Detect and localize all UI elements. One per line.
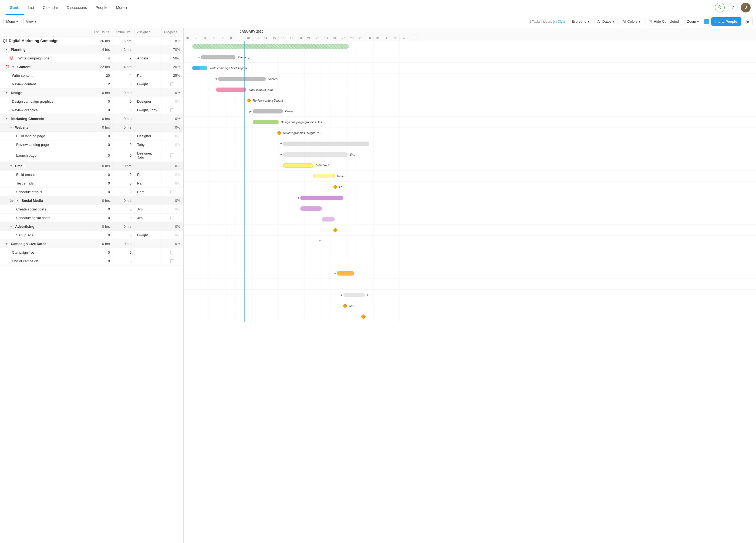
gantt-day-14: 14 [261,35,270,41]
gantt-row-review-content: Review content Dwight [184,95,756,106]
gantt-day-6: 6 [210,35,218,41]
progress-checkbox[interactable] [170,82,174,86]
collapse-icon[interactable]: ▼ [10,225,12,228]
task-row-design-graphics: Design campaign graphics 0 0 Designer 0% [0,97,183,106]
view-button[interactable]: View ▾ [23,18,40,25]
progress-checkbox[interactable] [170,251,174,254]
chevron-down-icon: ▾ [126,5,127,10]
progress-checkbox[interactable] [170,190,174,194]
gantt-day-24: 24 [330,35,339,41]
tab-gantt[interactable]: Gantt [5,0,24,15]
gantt-body: ▼ Planning Write campaign brief Angela ▼ [184,41,756,322]
task-row-write-campaign-brief: ⏰ Write campaign brief 4 2 Angela 50% [0,54,183,63]
th-name [0,28,91,36]
gantt-day-3: 3 [391,35,400,41]
progress-checkbox[interactable] [170,259,174,263]
gantt-day-7: 7 [218,35,227,41]
collapse-icon[interactable]: ▼ [16,199,19,202]
gantt-day-20: 20 [296,35,305,41]
clock-icon: ⏱ [718,5,722,10]
user-avatar[interactable]: U [741,3,751,12]
th-actual-hrs: Actual Hrs [113,28,134,36]
gantt-day-5: 5 [408,35,417,41]
collapse-icon[interactable]: ▼ [5,48,8,51]
tab-list[interactable]: List [24,0,39,15]
gantt-day-29: 29 [356,35,365,41]
menu-button[interactable]: Menu ▾ [3,18,21,25]
zoom-button[interactable]: Zoom ▾ [684,18,702,25]
task-row-launch-page: Launch page 0 0 Designer, Toby [0,149,183,162]
collapse-icon[interactable]: ▼ [12,65,15,68]
collapse-icon[interactable]: ▼ [10,164,12,167]
project-progress-cell: 8% [161,36,183,45]
progress-checkbox[interactable] [170,108,174,112]
task-row-test-emails: Test emails 0 0 Pam 0% [0,179,183,188]
group-row-campaign-live: ▼ Campaign Live Dates 0 hrs 0 hrs 0% [0,239,183,248]
th-assigned: Assigned [134,28,161,36]
chevron-down-icon: ▾ [588,19,589,23]
help-icon-btn[interactable]: ? [728,3,738,12]
gantt-row-launch-page: La... [184,181,756,192]
subgroup-row-advertising: ▼ Advertising 0 hrs 0 hrs 0% [0,222,183,231]
gantt-row-write-content: Write content Pam [184,84,756,95]
planning-name-cell: ▼ Planning [0,45,91,54]
all-dates-filter[interactable]: All Dates ▾ [595,18,617,25]
tasks-hidden-label: 2 Tasks hidden. (x) Clear [529,20,565,23]
collapse-icon[interactable]: ▼ [5,117,8,120]
comment-icon: 💬 [10,199,13,202]
task-row-review-landing: Review landing page 0 0 Toby 0% [0,140,183,149]
gantt-day-27: 27 [339,35,348,41]
group-row-design: ▼ Design 0 hrs 0 hrs 0% [0,89,183,97]
gantt-day-31: 31 [184,35,192,41]
export-button[interactable]: ▶ [744,17,753,26]
gantt-row-schedule-social [184,257,756,268]
project-row: Q1 Digital Marketing Campaign 26 hrs 6 h… [0,36,183,45]
gantt-row-review-landing: Revie... [184,171,756,181]
gantt-header: JANUARY 2020 312367891013141516172021222… [184,28,756,41]
task-row-write-content: Write content 20 4 Pam 25% [0,71,183,80]
everyone-filter[interactable]: Everyone ▾ [569,18,592,25]
collapse-icon[interactable]: ▼ [5,242,8,245]
progress-checkbox[interactable] [170,153,174,157]
gantt-day-3: 3 [201,35,210,41]
gantt-day-4: 4 [400,35,408,41]
gantt-day-28: 28 [348,35,356,41]
project-name-cell: Q1 Digital Marketing Campaign [0,36,91,45]
task-row-setup-ads: Set up ads 0 0 Dwight 0% [0,231,183,239]
tab-more[interactable]: More ▾ [112,0,132,15]
timer-icon-btn[interactable]: ⏱ [715,3,725,12]
hide-completed-button[interactable]: ☑ Hide Completed [646,18,682,25]
all-colors-filter[interactable]: All Colors ▾ [620,18,644,25]
task-row-create-social: Create social posts 0 0 Jim 0% [0,205,183,214]
invite-people-button[interactable]: Invite People [711,17,741,26]
group-row-content: ⏰ ▼ Content 22 hrs 4 hrs 20% [0,63,183,71]
gantt-row-campaign-live-task: Ca... [184,301,756,311]
gantt-row-build-landing: Build landi... [184,160,756,171]
tab-people[interactable]: People [91,0,112,15]
clear-link[interactable]: (x) Clear [553,20,565,23]
gantt-day-16: 16 [279,35,287,41]
clock-icon: ⏰ [10,56,13,60]
main-content: Est. Hours Actual Hrs Assigned Progress … [0,28,756,543]
gantt-row-setup-ads [184,279,756,290]
color-picker[interactable] [704,19,709,24]
tab-calendar[interactable]: Calendar [38,0,62,15]
task-row-end-campaign: End of campaign 0 0 [0,257,183,265]
gantt-month: JANUARY 2020 [184,28,756,35]
nav-icons: ⏱ ? U [715,3,751,12]
task-row-schedule-emails: Schedule emails 0 0 Pam [0,188,183,196]
task-table: Est. Hours Actual Hrs Assigned Progress … [0,28,184,543]
gantt-day-8: 8 [227,35,235,41]
gantt-day-17: 17 [287,35,296,41]
collapse-icon[interactable]: ▼ [10,126,12,129]
gantt-days: 3123678910131415161720212223242728293031… [184,35,756,41]
gantt-row-build-emails [184,203,756,214]
collapse-icon[interactable]: ▼ [5,91,8,94]
tab-discussions[interactable]: Discussions [62,0,91,15]
gantt-day-9: 9 [235,35,244,41]
progress-checkbox[interactable] [170,216,174,220]
gantt-row-planning: ▼ Planning [184,52,756,63]
subgroup-row-website: ▼ Website 0 hrs 0 hrs 0% [0,123,183,132]
chevron-down-icon: ▾ [697,19,699,23]
project-assigned-cell [134,36,161,45]
